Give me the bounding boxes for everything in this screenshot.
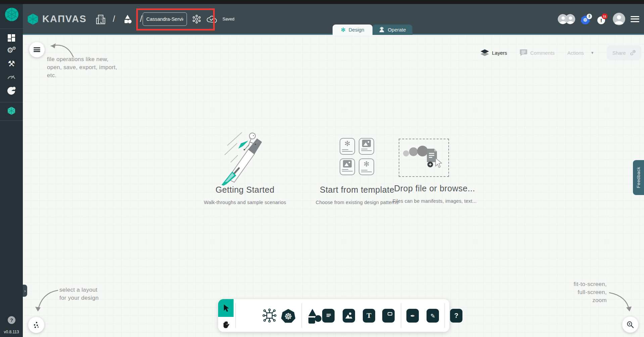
notifications-button[interactable]: ! 11 xyxy=(597,13,607,25)
breadcrumb-separator: / xyxy=(140,14,142,24)
deploy-cluster-icon[interactable] xyxy=(192,15,201,23)
design-spiral-icon: ✻ xyxy=(341,27,346,33)
layout-graph-icon xyxy=(33,322,40,328)
design-name-input[interactable] xyxy=(143,12,187,26)
app-version: v0.8.113 xyxy=(0,330,23,334)
drop-file-title: Drop file or browse... xyxy=(394,184,475,193)
layout-selector-button[interactable] xyxy=(28,317,44,333)
feedback-tab[interactable]: Feedback xyxy=(633,160,644,195)
organization-building-icon[interactable] xyxy=(96,14,105,24)
kubernetes-context-switcher[interactable]: ☸ 3 xyxy=(581,14,592,25)
pen-tool-button[interactable]: ✒ xyxy=(406,309,419,323)
image-icon xyxy=(343,160,352,167)
text-tool-button[interactable]: T xyxy=(363,309,375,323)
svg-text:☸: ☸ xyxy=(284,311,292,322)
comment-icon xyxy=(325,312,333,320)
image-icon xyxy=(362,140,371,147)
toolbar-divider xyxy=(401,303,401,328)
app-header: KAΠVAS / / xyxy=(23,4,644,35)
annotation-zoom-controls: fit-to-screen, full-screen, zoom xyxy=(550,280,607,304)
design-tools-toolbar: ☸ T xyxy=(218,299,449,332)
top-strip xyxy=(0,0,644,4)
tab-design[interactable]: ✻ Design xyxy=(333,25,373,35)
comment-tool-button[interactable] xyxy=(322,309,335,323)
note-tool-button[interactable] xyxy=(382,309,395,323)
extensions-icon xyxy=(7,87,16,95)
design-canvas[interactable]: file operations like new, open, save, ex… xyxy=(23,36,644,337)
sidebar-divider xyxy=(0,121,23,121)
dashboard-grid-icon xyxy=(8,34,15,42)
template-title: Start from template xyxy=(320,185,394,195)
help-icon[interactable]: ? xyxy=(8,316,15,324)
collaborator-avatars[interactable] xyxy=(558,14,575,24)
help-tool-button[interactable]: ? xyxy=(450,309,462,323)
feedback-label: Feedback xyxy=(636,167,641,188)
canvas-menu-button[interactable] xyxy=(29,42,45,57)
left-sidebar: ⚙ ⚙ ⚒ ? xyxy=(0,4,23,337)
hand-icon xyxy=(222,321,229,328)
lifecycle-gear-small-icon: ⚙ xyxy=(12,46,16,51)
actions-dropdown[interactable]: Actions ▼ xyxy=(567,50,594,56)
collaborator-avatar xyxy=(565,14,575,24)
zoom-button[interactable] xyxy=(622,317,638,333)
mode-tabs: ✻ Design Operate xyxy=(333,25,412,35)
sidebar-item-performance[interactable] xyxy=(0,71,23,82)
toolbar-divider xyxy=(444,303,445,328)
chevron-down-icon: ▼ xyxy=(591,51,594,55)
meshery-logo-icon[interactable] xyxy=(5,7,19,21)
template-thumb-image[interactable] xyxy=(340,158,355,175)
toolbar-divider xyxy=(235,303,236,328)
pan-tool-button[interactable] xyxy=(218,317,234,332)
cursor-arrow-icon xyxy=(222,304,230,312)
sidebar-item-dashboard[interactable] xyxy=(0,32,23,44)
user-avatar[interactable] xyxy=(613,13,625,25)
template-thumb-image[interactable] xyxy=(359,138,374,155)
image-icon xyxy=(345,312,353,320)
kanvas-logo-icon xyxy=(27,13,39,25)
operate-headset-icon xyxy=(379,27,385,33)
canvas-menu-icon xyxy=(34,47,40,52)
drop-file-illustration xyxy=(399,139,448,176)
save-status-label: Saved xyxy=(222,17,234,21)
comments-button[interactable]: Comments xyxy=(520,49,555,56)
header-menu-button[interactable] xyxy=(631,16,639,22)
template-thumb-design[interactable]: ✻ xyxy=(359,158,374,175)
layers-button[interactable]: Layers xyxy=(481,49,507,56)
workspace-shapes-icon[interactable] xyxy=(122,14,133,24)
kanvas-hexagon-icon xyxy=(7,106,16,115)
pen-icon: ✒ xyxy=(410,312,415,319)
kubernetes-tool-button[interactable]: ☸ xyxy=(281,308,296,324)
drop-zone[interactable] xyxy=(399,139,449,177)
performance-gauge-icon xyxy=(7,74,15,79)
shapes-tool-button[interactable] xyxy=(307,308,323,324)
rocket-doodle-illustration xyxy=(217,129,274,186)
magnifier-plus-icon xyxy=(627,321,634,328)
layers-icon xyxy=(481,49,489,56)
component-tool-button[interactable] xyxy=(262,308,277,323)
template-thumb-design[interactable]: ✻ xyxy=(340,138,355,155)
select-tool-button[interactable] xyxy=(218,299,234,317)
getting-started-subtitle: Walk-throughs and sample scenarios xyxy=(204,200,286,205)
note-icon xyxy=(385,312,393,320)
sidebar-expander[interactable]: › xyxy=(23,285,27,297)
canvas-view-toolbar: Layers Comments Actions ▼ Share xyxy=(481,45,641,60)
sidebar-item-extensions[interactable] xyxy=(0,85,23,97)
drop-file-subtitle: Files can be manifests, images, text... xyxy=(393,198,477,204)
share-button[interactable]: Share xyxy=(607,45,641,60)
sidebar-item-configuration[interactable]: ⚒ xyxy=(0,58,23,69)
pencil-tool-button[interactable]: ✎ xyxy=(427,309,439,323)
thumb-lines xyxy=(361,169,372,172)
design-spiral-icon: ✻ xyxy=(363,160,369,168)
breadcrumb-separator: / xyxy=(113,14,115,24)
kanvas-app: ⚙ ⚙ ⚒ ? xyxy=(0,0,644,337)
comments-icon xyxy=(520,49,527,56)
image-tool-button[interactable] xyxy=(343,309,355,323)
comments-label: Comments xyxy=(530,50,555,56)
sidebar-item-lifecycle[interactable]: ⚙ ⚙ xyxy=(0,44,23,56)
tab-operate[interactable]: Operate xyxy=(373,25,412,35)
thumb-lines xyxy=(361,148,372,151)
configuration-tools-icon: ⚒ xyxy=(8,59,15,68)
sidebar-item-kanvas[interactable] xyxy=(0,105,23,116)
text-tool-icon: T xyxy=(366,311,371,320)
help-icon: ? xyxy=(454,312,458,320)
